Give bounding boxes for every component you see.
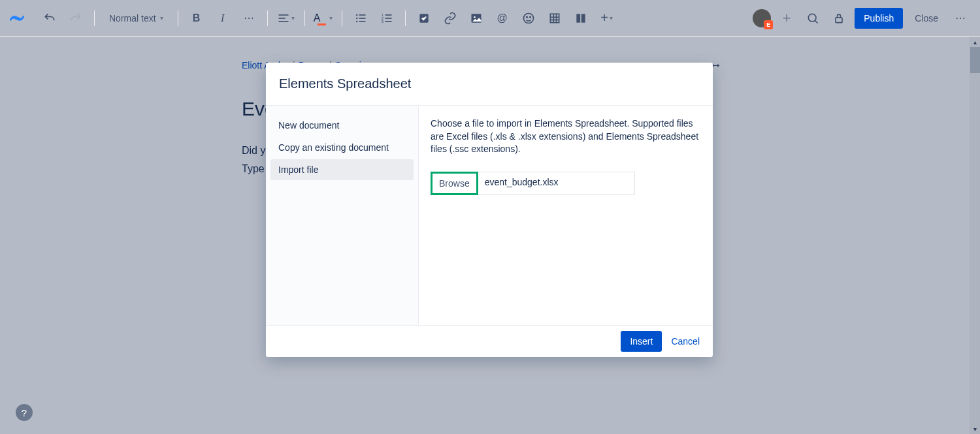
undo-button[interactable] <box>39 8 60 29</box>
dialog-header: Elements Spreadsheet <box>266 63 713 106</box>
avatar[interactable]: E <box>753 9 771 27</box>
chevron-down-icon: ▾ <box>160 14 163 22</box>
mention-button[interactable]: @ <box>492 8 513 29</box>
svg-point-20 <box>529 16 531 18</box>
svg-point-3 <box>355 14 357 16</box>
cancel-button[interactable]: Cancel <box>671 336 700 347</box>
avatar-badge: E <box>764 20 773 29</box>
separator <box>405 10 406 26</box>
separator <box>94 10 95 26</box>
separator <box>267 10 268 26</box>
svg-rect-12 <box>385 14 391 16</box>
link-button[interactable] <box>440 8 461 29</box>
text-style-label: Normal text <box>109 13 156 23</box>
svg-rect-6 <box>359 14 365 16</box>
svg-line-29 <box>815 20 818 23</box>
italic-button[interactable]: I <box>212 8 233 29</box>
separator <box>304 10 305 26</box>
svg-point-17 <box>474 16 476 18</box>
sidebar-item-new-document[interactable]: New document <box>270 115 414 136</box>
confluence-logo[interactable] <box>9 10 25 26</box>
sidebar-item-import-file[interactable]: Import file <box>270 159 414 180</box>
layout-button[interactable] <box>570 8 591 29</box>
svg-point-28 <box>809 14 817 22</box>
action-item-button[interactable] <box>414 8 434 29</box>
more-actions-button[interactable]: ⋯ <box>950 8 971 29</box>
publish-button[interactable]: Publish <box>855 8 903 29</box>
chevron-down-icon: ▾ <box>329 14 333 22</box>
browse-button[interactable]: Browse <box>431 172 478 195</box>
help-icon[interactable]: ? <box>16 404 33 421</box>
svg-rect-21 <box>550 14 559 22</box>
sidebar-item-copy-existing[interactable]: Copy an existing document <box>270 137 414 158</box>
svg-rect-30 <box>836 18 842 22</box>
dialog-body: New document Copy an existing document I… <box>266 106 713 326</box>
separator <box>178 10 178 26</box>
table-button[interactable] <box>544 8 565 29</box>
align-dropdown[interactable]: ▾ <box>276 8 297 29</box>
svg-rect-8 <box>359 21 365 22</box>
image-button[interactable] <box>466 8 487 29</box>
dialog-footer: Insert Cancel <box>266 326 713 357</box>
add-macro-button[interactable]: +▾ <box>596 8 617 29</box>
file-chooser-row: Browse event_budget.xlsx <box>431 172 701 195</box>
filename-field[interactable]: event_budget.xlsx <box>478 172 635 195</box>
svg-point-18 <box>523 13 533 23</box>
svg-point-5 <box>355 20 357 22</box>
dialog-sidebar: New document Copy an existing document I… <box>266 106 419 325</box>
emoji-button[interactable] <box>518 8 539 29</box>
svg-point-4 <box>355 17 357 19</box>
editor-toolbar: Normal text▾ B I ⋯ ▾ A▾ 123 @ +▾ E + Pub… <box>0 0 980 37</box>
elements-spreadsheet-dialog: Elements Spreadsheet New document Copy a… <box>266 63 713 357</box>
insert-button[interactable]: Insert <box>621 331 662 352</box>
text-style-dropdown[interactable]: Normal text▾ <box>103 8 170 29</box>
restrictions-button[interactable] <box>828 8 849 29</box>
redo-button[interactable] <box>65 8 86 29</box>
preview-button[interactable] <box>802 8 823 29</box>
more-formatting-button[interactable]: ⋯ <box>238 8 259 29</box>
chevron-down-icon: ▾ <box>610 14 613 22</box>
svg-rect-26 <box>576 14 580 22</box>
svg-point-19 <box>526 16 527 18</box>
dialog-main: Choose a file to import in Elements Spre… <box>419 106 713 325</box>
close-button[interactable]: Close <box>908 13 945 23</box>
add-people-button[interactable]: + <box>776 8 797 29</box>
separator <box>342 10 342 26</box>
svg-rect-7 <box>359 18 365 19</box>
svg-rect-27 <box>581 14 585 22</box>
svg-text:3: 3 <box>381 19 383 23</box>
svg-rect-13 <box>385 18 391 19</box>
text-color-dropdown[interactable]: A▾ <box>313 8 334 29</box>
bold-button[interactable]: B <box>186 8 207 29</box>
dialog-title: Elements Spreadsheet <box>279 76 411 91</box>
bullet-list-button[interactable] <box>350 8 371 29</box>
import-description: Choose a file to import in Elements Spre… <box>431 117 701 156</box>
number-list-button[interactable]: 123 <box>376 8 397 29</box>
svg-rect-14 <box>385 21 391 22</box>
chevron-down-icon: ▾ <box>291 14 295 22</box>
